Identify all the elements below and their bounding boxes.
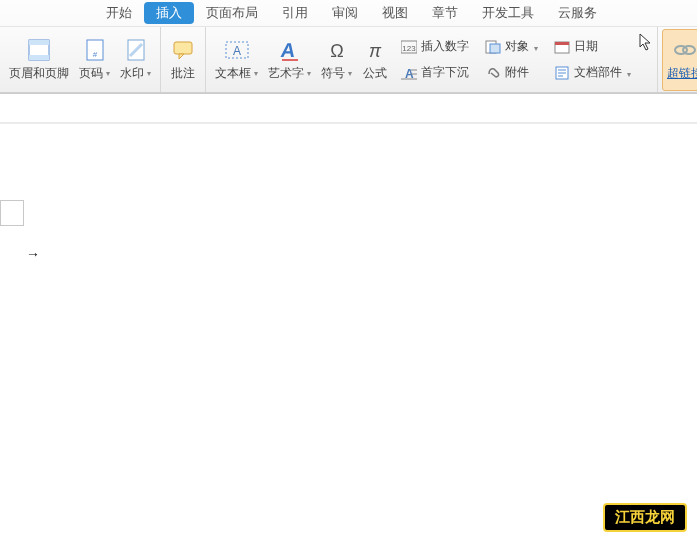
attachment-label: 附件	[505, 64, 529, 81]
comment-label: 批注	[171, 65, 195, 82]
textbox-icon: A	[224, 37, 250, 63]
object-label: 对象	[505, 38, 529, 55]
comment-button[interactable]: 批注	[165, 29, 201, 91]
page-number-label: 页码	[79, 65, 110, 82]
svg-text:123: 123	[402, 44, 416, 53]
tab-start[interactable]: 开始	[94, 1, 144, 25]
equation-icon: π	[362, 37, 388, 63]
watermark-button[interactable]: 水印	[115, 29, 156, 91]
doc-parts-icon	[554, 65, 570, 81]
object-icon	[485, 39, 501, 55]
tab-review[interactable]: 审阅	[320, 1, 370, 25]
date-icon	[554, 39, 570, 55]
doc-parts-dd	[626, 66, 631, 80]
object-button[interactable]: 对象	[483, 37, 540, 57]
small-col-1: 123 插入数字 A 首字下沉	[393, 37, 477, 83]
wordart-icon: A	[277, 37, 303, 63]
svg-rect-2	[29, 55, 49, 60]
text-cursor-box	[0, 200, 24, 226]
drop-cap-label: 首字下沉	[421, 64, 469, 81]
svg-text:A: A	[279, 39, 297, 61]
doc-parts-button[interactable]: 文档部件	[552, 63, 633, 83]
page-edge	[0, 122, 697, 124]
attachment-icon	[485, 65, 501, 81]
header-footer-label: 页眉和页脚	[9, 65, 69, 82]
tab-view[interactable]: 视图	[370, 1, 420, 25]
header-footer-button[interactable]: 页眉和页脚	[4, 29, 74, 91]
insert-number-label: 插入数字	[421, 38, 469, 55]
toolbar: 页眉和页脚 # 页码 水印 批注	[0, 26, 697, 92]
watermark-icon	[123, 37, 149, 63]
svg-text:A: A	[232, 44, 240, 58]
insert-number-button[interactable]: 123 插入数字	[399, 37, 471, 57]
drop-cap-icon: A	[401, 65, 417, 81]
svg-text:Ω: Ω	[330, 41, 343, 61]
site-watermark: 江西龙网	[603, 503, 687, 532]
svg-point-31	[683, 46, 695, 54]
group-header: 页眉和页脚 # 页码 水印	[0, 27, 161, 92]
symbol-label: 符号	[321, 65, 352, 82]
date-label: 日期	[574, 38, 598, 55]
svg-text:π: π	[369, 41, 382, 61]
svg-rect-1	[29, 40, 49, 45]
group-text: A 文本框 A 艺术字 Ω 符号 π 公式	[206, 27, 657, 92]
watermark-label: 水印	[120, 65, 151, 82]
equation-label: 公式	[363, 65, 387, 82]
tab-insert[interactable]: 插入	[144, 2, 194, 24]
svg-rect-21	[490, 44, 500, 53]
insert-number-icon: 123	[401, 39, 417, 55]
wordart-button[interactable]: A 艺术字	[263, 29, 316, 91]
tab-bar: 开始 插入 页面布局 引用 审阅 视图 章节 开发工具 云服务	[0, 0, 697, 26]
hyperlink-label: 超链接	[667, 65, 697, 82]
wordart-label: 艺术字	[268, 65, 311, 82]
tab-layout[interactable]: 页面布局	[194, 1, 270, 25]
tab-devtools[interactable]: 开发工具	[470, 1, 546, 25]
drop-cap-button[interactable]: A 首字下沉	[399, 63, 471, 83]
group-comment: 批注	[161, 27, 206, 92]
svg-text:#: #	[92, 50, 97, 59]
small-col-3: 日期 文档部件	[546, 37, 639, 83]
symbol-button[interactable]: Ω 符号	[316, 29, 357, 91]
svg-rect-7	[174, 42, 192, 54]
date-button[interactable]: 日期	[552, 37, 633, 57]
doc-parts-label: 文档部件	[574, 64, 622, 81]
tab-chapter[interactable]: 章节	[420, 1, 470, 25]
textbox-button[interactable]: A 文本框	[210, 29, 263, 91]
tab-reference[interactable]: 引用	[270, 1, 320, 25]
small-col-2: 对象 附件	[477, 37, 546, 83]
ribbon: 开始 插入 页面布局 引用 审阅 视图 章节 开发工具 云服务 页眉和页脚 # …	[0, 0, 697, 93]
symbol-icon: Ω	[324, 37, 350, 63]
arrow-text: →	[26, 246, 39, 262]
textbox-label: 文本框	[215, 65, 258, 82]
group-link: 超链接	[657, 27, 697, 92]
hyperlink-icon	[672, 37, 697, 63]
page-number-icon: #	[82, 37, 108, 63]
tab-cloud[interactable]: 云服务	[546, 1, 609, 25]
equation-button[interactable]: π 公式	[357, 29, 393, 91]
hyperlink-button[interactable]: 超链接	[662, 29, 697, 91]
svg-rect-23	[555, 42, 569, 45]
cursor-pointer-icon	[639, 33, 653, 51]
document-area[interactable]: → 江西龙网	[0, 93, 697, 549]
comment-icon	[170, 37, 196, 63]
attachment-button[interactable]: 附件	[483, 63, 540, 83]
header-footer-icon	[26, 37, 52, 63]
page-number-button[interactable]: # 页码	[74, 29, 115, 91]
object-dd	[533, 40, 538, 54]
